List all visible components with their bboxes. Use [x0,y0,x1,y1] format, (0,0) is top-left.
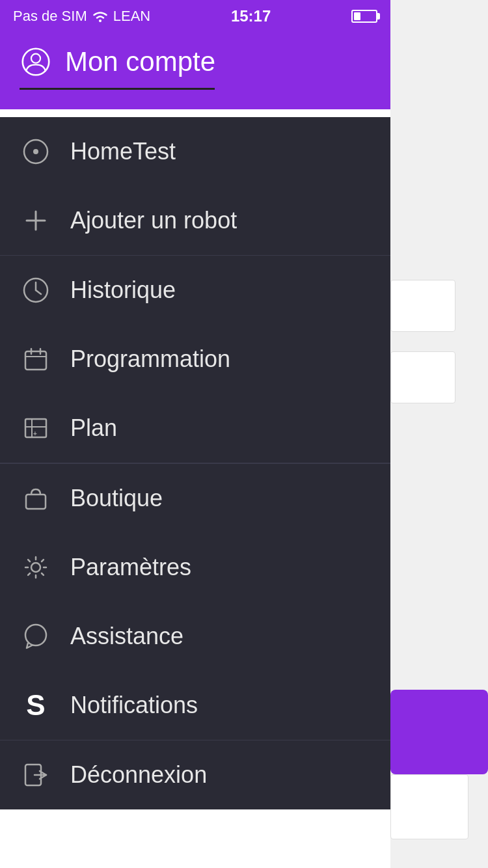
parametres-label: Paramètres [70,554,191,581]
sidebar-item-notifications[interactable]: S Notifications [0,671,390,740]
map-icon: + [20,412,52,444]
clock-icon [20,274,52,306]
chat-icon [20,620,52,653]
calendar-icon [20,343,52,375]
carrier-info: Pas de SIM LEAN [13,8,150,25]
svg-line-9 [36,290,41,294]
network-text: LEAN [113,8,150,25]
account-icon [20,46,52,78]
svg-point-0 [99,20,102,22]
assistance-label: Assistance [70,623,183,650]
notifications-label: Notifications [70,692,198,719]
svg-text:+: + [33,430,37,437]
logout-icon [20,759,52,791]
svg-rect-18 [26,495,46,509]
right-purple-button[interactable] [390,690,488,774]
sidebar-item-hometest[interactable]: HomeTest [0,117,390,186]
status-bar: Pas de SIM LEAN 15:17 [0,0,390,33]
add-robot-label: Ajouter un robot [70,207,237,234]
svg-point-2 [31,54,40,63]
menu-section-2: Historique Programmation + [0,256,390,463]
circle-icon [20,135,52,168]
deconnexion-label: Déconnexion [70,761,207,789]
sidebar-item-assistance[interactable]: Assistance [0,602,390,671]
svg-rect-10 [25,351,46,370]
time-display: 15:17 [231,7,271,25]
plus-icon [20,204,52,237]
s-letter: S [26,689,45,722]
battery-level [354,12,360,20]
s-brand-icon: S [20,689,52,722]
menu-container: HomeTest Ajouter un robot Historique [0,117,390,809]
sidebar-item-deconnexion[interactable]: Déconnexion [0,740,390,809]
carrier-text: Pas de SIM [13,8,87,25]
wifi-icon [91,9,109,23]
hometest-label: HomeTest [70,138,176,165]
header: Mon compte [0,33,390,109]
bag-icon [20,482,52,515]
sidebar-item-boutique[interactable]: Boutique [0,464,390,533]
right-rect-3 [390,774,468,839]
boutique-label: Boutique [70,485,163,512]
header-title: Mon compte [65,46,215,77]
sidebar-item-programmation[interactable]: Programmation [0,325,390,394]
sidebar-item-parametres[interactable]: Paramètres [0,533,390,602]
battery-area [351,10,377,23]
programmation-label: Programmation [70,346,230,373]
sidebar-item-add-robot[interactable]: Ajouter un robot [0,186,390,255]
menu-section-1: HomeTest Ajouter un robot [0,117,390,256]
sidebar-item-historique[interactable]: Historique [0,256,390,325]
svg-point-20 [25,625,46,645]
historique-label: Historique [70,277,176,304]
right-rect-1 [390,280,455,332]
sidebar-item-plan[interactable]: + Plan [0,394,390,463]
menu-section-3: Boutique Paramètres Assistance S [0,463,390,809]
plan-label: Plan [70,414,117,442]
svg-point-4 [33,149,38,154]
svg-point-19 [31,563,40,572]
right-rect-2 [390,351,455,403]
gear-icon [20,551,52,584]
battery-icon [351,10,377,23]
header-underline [20,88,215,90]
